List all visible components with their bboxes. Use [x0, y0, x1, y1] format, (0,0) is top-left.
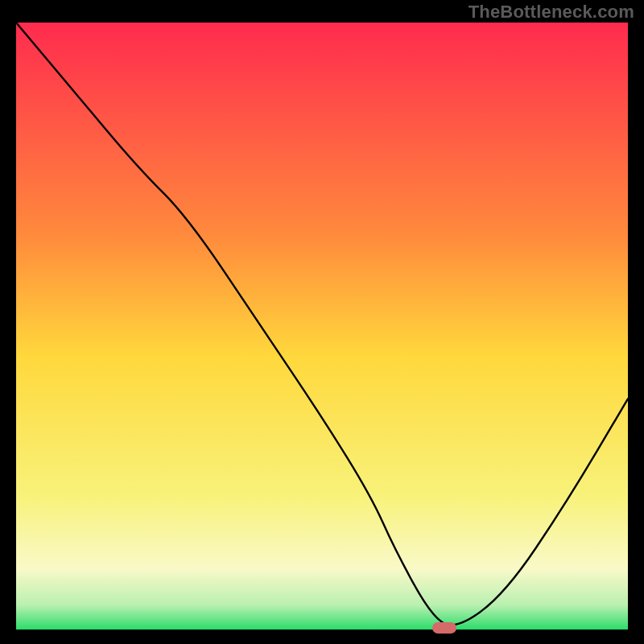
chart-frame: TheBottleneck.com [0, 0, 644, 644]
optimal-marker [432, 622, 456, 634]
gradient-background [16, 23, 628, 630]
watermark-label: TheBottleneck.com [469, 2, 634, 23]
bottleneck-chart [0, 0, 644, 644]
